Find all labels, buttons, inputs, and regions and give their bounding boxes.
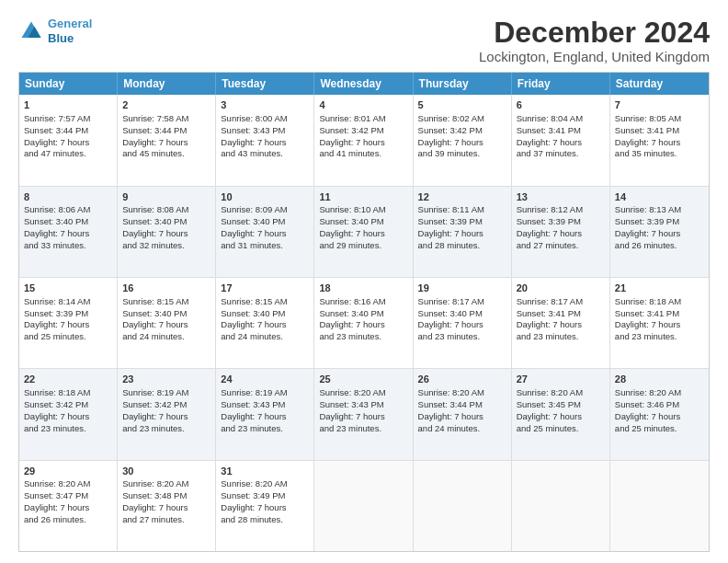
empty-cell: [610, 461, 709, 551]
header-day-monday: Monday: [118, 73, 216, 95]
day-cell-1: 1Sunrise: 7:57 AMSunset: 3:44 PMDaylight…: [19, 95, 118, 185]
daylight-label: Daylight: 7 hours: [418, 228, 483, 238]
day-cell-13: 13Sunrise: 8:12 AMSunset: 3:39 PMDayligh…: [512, 187, 610, 277]
daylight-label: Daylight: 7 hours: [122, 137, 188, 147]
day-cell-4: 4Sunrise: 8:01 AMSunset: 3:42 PMDaylight…: [314, 95, 413, 185]
sunrise-label: Sunrise: 8:20 AM: [24, 478, 90, 488]
day-number: 19: [418, 282, 506, 295]
daylight-value: and 29 minutes.: [319, 240, 381, 250]
day-cell-11: 11Sunrise: 8:10 AMSunset: 3:40 PMDayligh…: [314, 187, 413, 277]
sunset-label: Sunset: 3:43 PM: [221, 399, 285, 409]
day-number: 24: [221, 373, 309, 386]
sunset-label: Sunset: 3:49 PM: [221, 490, 285, 500]
day-number: 14: [615, 190, 704, 204]
daylight-label: Daylight: 7 hours: [418, 319, 483, 329]
daylight-label: Daylight: 7 hours: [221, 502, 286, 512]
daylight-label: Daylight: 7 hours: [122, 502, 188, 512]
sunset-label: Sunset: 3:42 PM: [122, 399, 187, 409]
day-number: 11: [319, 190, 407, 204]
daylight-value: and 41 minutes.: [319, 148, 381, 158]
sunrise-label: Sunrise: 8:02 AM: [418, 113, 484, 123]
sunrise-label: Sunrise: 8:20 AM: [122, 478, 188, 488]
daylight-value: and 25 minutes.: [517, 423, 579, 433]
day-cell-12: 12Sunrise: 8:11 AMSunset: 3:39 PMDayligh…: [414, 187, 512, 277]
daylight-label: Daylight: 7 hours: [221, 319, 286, 329]
day-number: 28: [615, 373, 704, 386]
sunset-label: Sunset: 3:47 PM: [24, 490, 88, 500]
daylight-value: and 31 minutes.: [221, 240, 283, 250]
daylight-value: and 27 minutes.: [517, 240, 579, 250]
sunrise-label: Sunrise: 8:17 AM: [418, 296, 484, 306]
daylight-value: and 26 minutes.: [615, 240, 677, 250]
day-number: 18: [319, 282, 407, 295]
day-number: 6: [517, 98, 605, 112]
day-number: 31: [221, 465, 309, 478]
sunrise-label: Sunrise: 8:08 AM: [122, 204, 188, 214]
calendar-row-3: 22Sunrise: 8:18 AMSunset: 3:42 PMDayligh…: [19, 369, 709, 460]
day-cell-20: 20Sunrise: 8:17 AMSunset: 3:41 PMDayligh…: [512, 278, 610, 368]
sunrise-label: Sunrise: 8:04 AM: [517, 113, 583, 123]
day-number: 21: [615, 282, 704, 295]
day-cell-27: 27Sunrise: 8:20 AMSunset: 3:45 PMDayligh…: [512, 369, 610, 459]
calendar: SundayMondayTuesdayWednesdayThursdayFrid…: [18, 72, 710, 552]
daylight-value: and 23 minutes.: [319, 331, 381, 341]
daylight-value: and 23 minutes.: [615, 331, 677, 341]
logo: General Blue: [18, 17, 92, 45]
daylight-value: and 28 minutes.: [418, 240, 481, 250]
sunset-label: Sunset: 3:39 PM: [24, 308, 88, 318]
day-cell-31: 31Sunrise: 8:20 AMSunset: 3:49 PMDayligh…: [216, 461, 314, 551]
daylight-value: and 25 minutes.: [615, 423, 677, 433]
sunrise-label: Sunrise: 8:06 AM: [24, 204, 90, 214]
daylight-label: Daylight: 7 hours: [517, 228, 582, 238]
title-area: December 2024 Lockington, England, Unite…: [479, 17, 710, 64]
day-number: 12: [418, 190, 506, 204]
daylight-value: and 37 minutes.: [517, 148, 579, 158]
sunrise-label: Sunrise: 8:13 AM: [615, 204, 681, 214]
daylight-label: Daylight: 7 hours: [319, 411, 384, 421]
daylight-value: and 28 minutes.: [221, 514, 283, 524]
sunrise-label: Sunrise: 8:19 AM: [122, 387, 188, 397]
calendar-body: 1Sunrise: 7:57 AMSunset: 3:44 PMDaylight…: [19, 95, 709, 551]
sunset-label: Sunset: 3:40 PM: [418, 308, 483, 318]
daylight-label: Daylight: 7 hours: [418, 137, 483, 147]
sunrise-label: Sunrise: 8:20 AM: [615, 387, 681, 397]
daylight-label: Daylight: 7 hours: [24, 411, 89, 421]
daylight-label: Daylight: 7 hours: [221, 411, 286, 421]
sunrise-label: Sunrise: 8:11 AM: [418, 204, 484, 214]
daylight-label: Daylight: 7 hours: [319, 228, 384, 238]
sunrise-label: Sunrise: 7:57 AM: [24, 113, 90, 123]
daylight-value: and 43 minutes.: [221, 148, 283, 158]
sunset-label: Sunset: 3:40 PM: [221, 216, 285, 226]
day-cell-17: 17Sunrise: 8:15 AMSunset: 3:40 PMDayligh…: [216, 278, 314, 368]
daylight-label: Daylight: 7 hours: [615, 319, 680, 329]
calendar-row-0: 1Sunrise: 7:57 AMSunset: 3:44 PMDaylight…: [19, 95, 709, 186]
sunrise-label: Sunrise: 8:17 AM: [517, 296, 583, 306]
day-cell-30: 30Sunrise: 8:20 AMSunset: 3:48 PMDayligh…: [118, 461, 216, 551]
calendar-header: SundayMondayTuesdayWednesdayThursdayFrid…: [19, 73, 709, 95]
daylight-value: and 35 minutes.: [615, 148, 677, 158]
daylight-label: Daylight: 7 hours: [615, 228, 680, 238]
calendar-row-1: 8Sunrise: 8:06 AMSunset: 3:40 PMDaylight…: [19, 187, 709, 278]
sunset-label: Sunset: 3:42 PM: [418, 125, 483, 135]
day-number: 30: [122, 465, 210, 478]
day-number: 13: [517, 190, 605, 204]
daylight-label: Daylight: 7 hours: [319, 137, 384, 147]
main-title: December 2024: [479, 17, 710, 49]
daylight-label: Daylight: 7 hours: [615, 411, 680, 421]
day-number: 27: [517, 373, 605, 386]
header-day-sunday: Sunday: [19, 73, 118, 95]
sunset-label: Sunset: 3:42 PM: [24, 399, 88, 409]
sunset-label: Sunset: 3:44 PM: [24, 125, 88, 135]
sunrise-label: Sunrise: 8:05 AM: [615, 113, 681, 123]
sunset-label: Sunset: 3:41 PM: [615, 125, 679, 135]
daylight-label: Daylight: 7 hours: [122, 319, 188, 329]
day-number: 20: [517, 282, 605, 295]
sunset-label: Sunset: 3:40 PM: [319, 216, 383, 226]
day-number: 8: [24, 190, 112, 204]
daylight-label: Daylight: 7 hours: [517, 411, 582, 421]
day-cell-7: 7Sunrise: 8:05 AMSunset: 3:41 PMDaylight…: [610, 95, 709, 185]
empty-cell: [314, 461, 413, 551]
daylight-value: and 39 minutes.: [418, 148, 481, 158]
sunset-label: Sunset: 3:42 PM: [319, 125, 383, 135]
day-cell-23: 23Sunrise: 8:19 AMSunset: 3:42 PMDayligh…: [118, 369, 216, 459]
